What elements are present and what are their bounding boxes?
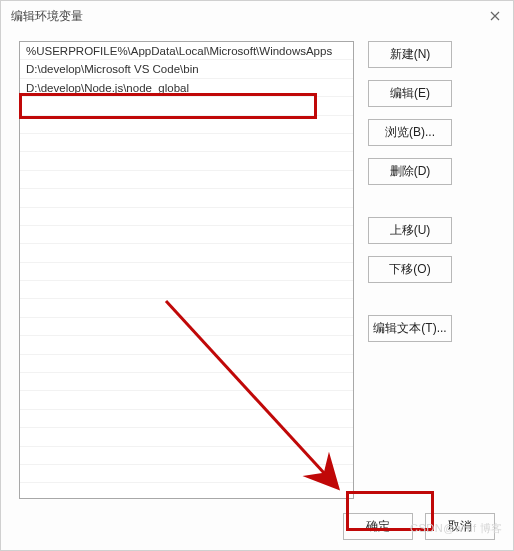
window-title: 编辑环境变量 — [11, 8, 83, 25]
path-list-item-empty[interactable] — [20, 226, 353, 244]
move-down-button[interactable]: 下移(O) — [368, 256, 452, 283]
path-list-item-empty[interactable] — [20, 116, 353, 134]
path-list-item-empty[interactable] — [20, 336, 353, 354]
path-list-item-empty[interactable] — [20, 465, 353, 483]
path-list-item-empty[interactable] — [20, 299, 353, 317]
path-list-item-empty[interactable] — [20, 208, 353, 226]
edit-text-button[interactable]: 编辑文本(T)... — [368, 315, 452, 342]
path-list-item-empty[interactable] — [20, 428, 353, 446]
path-list-item-empty[interactable] — [20, 318, 353, 336]
path-list-item[interactable]: %USERPROFILE%\AppData\Local\Microsoft\Wi… — [20, 42, 353, 60]
new-button[interactable]: 新建(N) — [368, 41, 452, 68]
path-list-item-empty[interactable] — [20, 152, 353, 170]
path-list-item-empty[interactable] — [20, 97, 353, 115]
path-list-item-empty[interactable] — [20, 410, 353, 428]
dialog-content: %USERPROFILE%\AppData\Local\Microsoft\Wi… — [1, 31, 513, 499]
path-listbox[interactable]: %USERPROFILE%\AppData\Local\Microsoft\Wi… — [19, 41, 354, 499]
ok-button[interactable]: 确定 — [343, 513, 413, 540]
path-list-item[interactable]: D:\develop\Microsoft VS Code\bin — [20, 60, 353, 78]
move-up-button[interactable]: 上移(U) — [368, 217, 452, 244]
browse-button[interactable]: 浏览(B)... — [368, 119, 452, 146]
path-list-item-empty[interactable] — [20, 447, 353, 465]
side-button-panel: 新建(N) 编辑(E) 浏览(B)... 删除(D) 上移(U) 下移(O) 编… — [368, 41, 452, 499]
path-list-item-empty[interactable] — [20, 171, 353, 189]
dialog-footer: 确定 取消 — [343, 513, 495, 540]
path-list-item-empty[interactable] — [20, 189, 353, 207]
close-icon[interactable] — [485, 6, 505, 26]
path-list-item-empty[interactable] — [20, 373, 353, 391]
path-list-item-empty[interactable] — [20, 263, 353, 281]
path-list-item-empty[interactable] — [20, 244, 353, 262]
path-list-item-empty[interactable] — [20, 355, 353, 373]
titlebar: 编辑环境变量 — [1, 1, 513, 31]
edit-button[interactable]: 编辑(E) — [368, 80, 452, 107]
delete-button[interactable]: 删除(D) — [368, 158, 452, 185]
path-list-item-empty[interactable] — [20, 391, 353, 409]
path-list-item-empty[interactable] — [20, 134, 353, 152]
path-list-item[interactable]: D:\develop\Node.js\node_global — [20, 79, 353, 97]
path-list-item-empty[interactable] — [20, 281, 353, 299]
cancel-button[interactable]: 取消 — [425, 513, 495, 540]
edit-environment-variable-dialog: 编辑环境变量 %USERPROFILE%\AppData\Local\Micro… — [0, 0, 514, 551]
path-list-item-empty[interactable] — [20, 483, 353, 499]
